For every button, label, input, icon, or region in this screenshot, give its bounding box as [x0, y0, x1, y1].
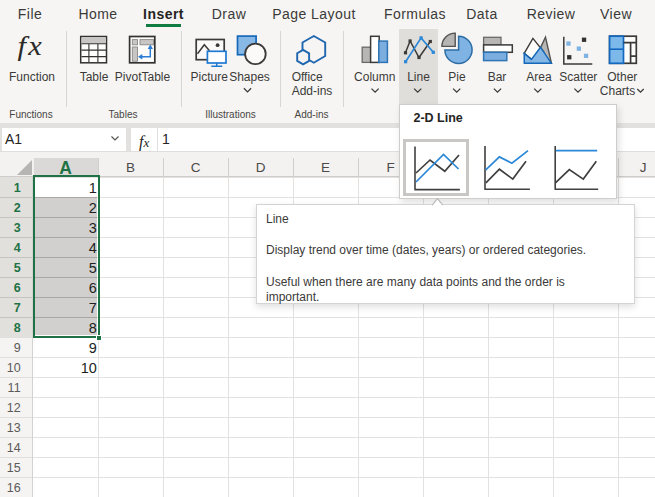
svg-text:fx: fx [18, 31, 45, 61]
